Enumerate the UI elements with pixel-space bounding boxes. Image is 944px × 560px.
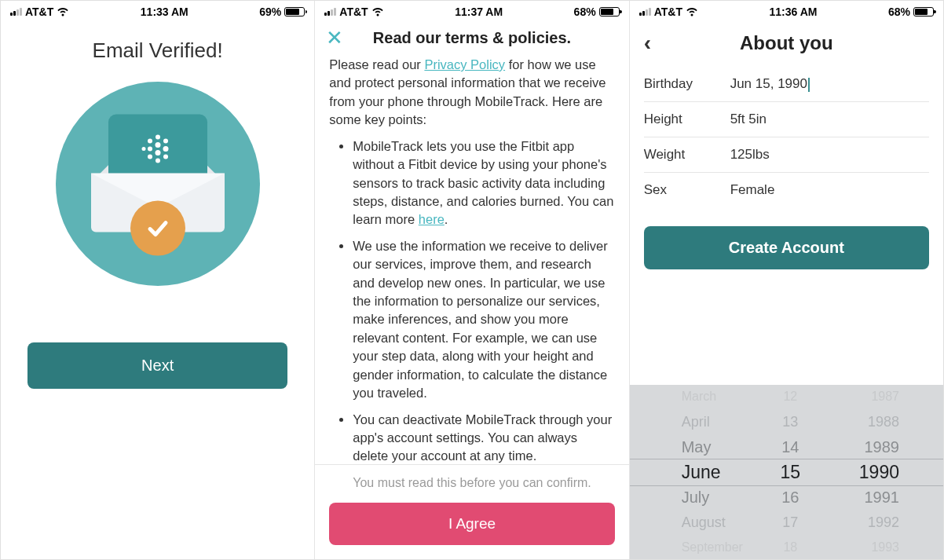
picker-option-selected[interactable]: June — [682, 459, 754, 485]
carrier-label: AT&T — [654, 5, 682, 18]
field-label: Weight — [644, 147, 730, 163]
birthday-field[interactable]: Birthday Jun 15, 1990 — [644, 67, 929, 102]
screen-email-verified: AT&T 11:33 AM 69% Email Verified! — [1, 1, 315, 559]
verified-graphic — [56, 82, 260, 286]
field-value: Female — [730, 182, 775, 198]
page-title: Read our terms & policies. — [326, 29, 617, 47]
screen-terms: AT&T 11:37 AM 68% ✕ Read our terms & pol… — [315, 1, 629, 559]
picker-option[interactable]: 14 — [754, 434, 826, 459]
picker-option[interactable]: 1991 — [827, 485, 899, 510]
picker-option-selected[interactable]: 15 — [754, 459, 826, 485]
picker-option[interactable]: 1993 — [827, 535, 899, 559]
agree-button[interactable]: I Agree — [329, 503, 614, 545]
field-label: Birthday — [644, 76, 730, 92]
status-bar: AT&T 11:36 AM 68% — [630, 1, 943, 21]
status-bar: AT&T 11:37 AM 68% — [315, 1, 628, 21]
battery-percent: 68% — [888, 5, 910, 18]
height-field[interactable]: Height 5ft 5in — [644, 102, 929, 137]
carrier-label: AT&T — [25, 5, 53, 18]
picker-option[interactable]: 12 — [754, 385, 826, 409]
picker-option[interactable]: September — [682, 535, 754, 559]
wifi-icon — [686, 7, 698, 16]
page-title: Email Verified! — [1, 38, 314, 63]
picker-option[interactable]: August — [682, 510, 754, 535]
picker-option[interactable]: March — [682, 385, 754, 409]
svg-point-0 — [156, 135, 160, 140]
terms-body[interactable]: Please read our Privacy Policy for how w… — [315, 51, 628, 464]
wifi-icon — [371, 7, 384, 16]
page-title: About you — [644, 32, 929, 54]
field-value: 5ft 5in — [730, 112, 767, 127]
weight-field[interactable]: Weight 125lbs — [644, 137, 929, 173]
terms-bullet: MobileTrack lets you use the Fitbit app … — [353, 137, 614, 229]
picker-option[interactable]: April — [682, 409, 754, 434]
picker-option[interactable]: May — [682, 434, 754, 459]
next-button[interactable]: Next — [27, 342, 287, 389]
battery-percent: 69% — [259, 5, 281, 18]
svg-point-5 — [148, 147, 152, 152]
terms-intro: Please read our Privacy Policy for how w… — [329, 56, 614, 130]
carrier-label: AT&T — [339, 5, 368, 18]
signal-icon — [324, 8, 336, 16]
picker-option[interactable]: 18 — [754, 535, 826, 559]
checkmark-badge-icon — [130, 201, 185, 256]
picker-option[interactable]: 17 — [754, 510, 826, 535]
learn-more-link[interactable]: here — [419, 212, 445, 226]
clock-label: 11:36 AM — [769, 5, 817, 18]
svg-point-2 — [155, 150, 160, 156]
picker-option[interactable]: 1989 — [827, 434, 899, 459]
picker-day-column[interactable]: 12 13 14 15 16 17 18 — [754, 385, 826, 559]
battery-icon — [599, 7, 620, 16]
screen-about-you: AT&T 11:36 AM 68% ‹ About you Birthday J… — [630, 1, 943, 559]
picker-option[interactable]: 1988 — [827, 409, 899, 434]
svg-point-3 — [156, 159, 160, 163]
picker-option[interactable]: 16 — [754, 485, 826, 510]
clock-label: 11:33 AM — [141, 5, 188, 18]
date-picker[interactable]: March April May June July August Septemb… — [630, 385, 943, 559]
svg-point-6 — [148, 155, 152, 159]
picker-year-column[interactable]: 1987 1988 1989 1990 1991 1992 1993 — [827, 385, 923, 559]
picker-option[interactable]: 1987 — [827, 385, 899, 409]
svg-point-1 — [155, 142, 160, 148]
wifi-icon — [57, 7, 69, 16]
terms-bullet: You can deactivate MobileTrack through y… — [353, 411, 614, 464]
picker-option-selected[interactable]: 1990 — [827, 459, 899, 485]
svg-point-7 — [163, 139, 168, 144]
signal-icon — [10, 8, 22, 16]
svg-point-9 — [163, 155, 168, 159]
confirm-note: You must read this before you can confir… — [329, 476, 614, 490]
field-value: Jun 15, 1990 — [730, 76, 810, 92]
field-label: Sex — [644, 182, 730, 198]
svg-point-10 — [141, 147, 145, 151]
privacy-policy-link[interactable]: Privacy Policy — [424, 57, 505, 71]
battery-percent: 68% — [574, 5, 596, 18]
signal-icon — [639, 8, 651, 16]
field-label: Height — [644, 112, 730, 127]
terms-bullet: We use the information we receive to del… — [353, 237, 614, 403]
status-bar: AT&T 11:33 AM 69% — [1, 1, 314, 21]
picker-option[interactable]: 13 — [754, 409, 826, 434]
battery-icon — [284, 7, 305, 16]
svg-point-4 — [148, 139, 152, 144]
sex-field[interactable]: Sex Female — [644, 173, 929, 207]
clock-label: 11:37 AM — [455, 5, 503, 18]
picker-option[interactable]: July — [682, 485, 754, 510]
svg-point-8 — [163, 146, 168, 152]
battery-icon — [913, 7, 934, 16]
picker-month-column[interactable]: March April May June July August Septemb… — [650, 385, 754, 559]
picker-option[interactable]: 1992 — [827, 510, 899, 535]
field-value: 125lbs — [730, 147, 770, 163]
create-account-button[interactable]: Create Account — [644, 226, 929, 269]
